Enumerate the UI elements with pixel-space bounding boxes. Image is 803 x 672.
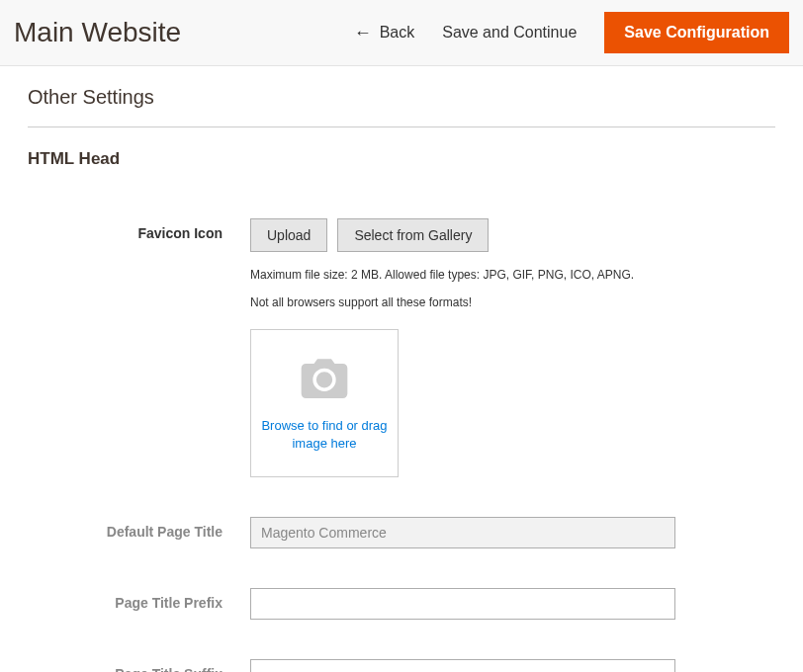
default-page-title-input[interactable] [250, 517, 675, 548]
page-header: Main Website ← Back Save and Continue Sa… [0, 0, 803, 66]
upload-button[interactable]: Upload [250, 218, 327, 252]
favicon-dropzone[interactable]: Browse to find or drag image here [250, 329, 399, 477]
page-title-prefix-content [250, 588, 675, 620]
content-area: Other Settings HTML Head Favicon Icon Up… [0, 66, 803, 672]
page-title-prefix-input[interactable] [250, 588, 675, 620]
camera-icon [297, 354, 352, 405]
favicon-label: Favicon Icon [28, 218, 250, 241]
header-actions: ← Back Save and Continue Save Configurat… [354, 12, 789, 53]
page-title-prefix-label: Page Title Prefix [28, 588, 250, 611]
favicon-content: Upload Select from Gallery Maximum file … [250, 218, 675, 477]
default-page-title-content [250, 517, 675, 548]
favicon-field-row: Favicon Icon Upload Select from Gallery … [28, 218, 775, 477]
section-title: Other Settings [28, 86, 775, 127]
page-title-suffix-content [250, 659, 675, 672]
page-title-suffix-input[interactable] [250, 659, 675, 672]
save-continue-button[interactable]: Save and Continue [442, 24, 577, 42]
page-title-suffix-row: Page Title Suffix [28, 659, 775, 672]
default-page-title-label: Default Page Title [28, 517, 250, 540]
dropzone-text: Browse to find or drag image here [251, 417, 398, 453]
save-configuration-button[interactable]: Save Configuration [604, 12, 789, 53]
favicon-note-2: Not all browsers support all these forma… [250, 294, 675, 311]
subsection-title: HTML Head [28, 149, 775, 169]
back-label: Back [380, 24, 415, 42]
favicon-buttons: Upload Select from Gallery [250, 218, 675, 252]
default-page-title-row: Default Page Title [28, 517, 775, 548]
select-gallery-button[interactable]: Select from Gallery [337, 218, 489, 252]
page-title: Main Website [14, 17, 181, 48]
back-button[interactable]: ← Back [354, 24, 415, 42]
favicon-note-1: Maximum file size: 2 MB. Allowed file ty… [250, 266, 675, 284]
arrow-left-icon: ← [354, 24, 372, 42]
page-title-suffix-label: Page Title Suffix [28, 659, 250, 672]
page-title-prefix-row: Page Title Prefix [28, 588, 775, 620]
